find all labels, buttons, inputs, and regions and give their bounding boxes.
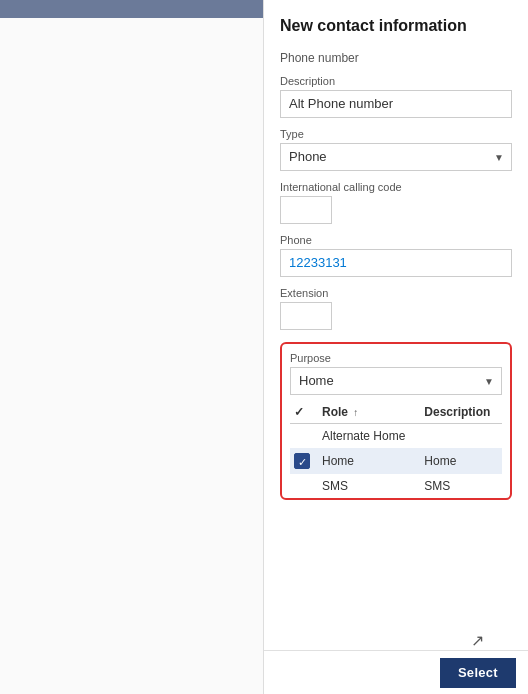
row3-description-cell: SMS [418,474,502,498]
row1-role-cell: Alternate Home [316,423,418,448]
row3-check-cell [290,474,316,498]
description-field-group: Description [280,75,512,118]
type-select[interactable]: Phone Email URL [280,143,512,171]
purpose-select[interactable]: Home Business Mobile Other [290,367,502,395]
bottom-area: ↗ Select [280,500,512,694]
check-column-header: ✓ [290,401,316,424]
main-container: New contact information Phone number Des… [0,0,528,694]
purpose-field-group: Purpose Home Business Mobile Other ▼ [290,352,502,395]
intl-code-field-group: International calling code [280,181,512,224]
phone-label: Phone [280,234,512,246]
left-panel-overlay [0,18,263,694]
select-button[interactable]: Select [440,658,516,688]
right-panel: New contact information Phone number Des… [264,0,528,694]
purpose-label: Purpose [290,352,502,364]
type-field-group: Type Phone Email URL ▼ [280,128,512,171]
role-column-header[interactable]: Role ↑ [316,401,418,424]
left-panel [0,0,264,694]
intl-code-input[interactable] [280,196,332,224]
cursor-icon: ↗ [471,631,484,650]
checked-icon [294,453,310,469]
extension-field-group: Extension [280,287,512,330]
description-label: Description [280,75,512,87]
row2-role-cell: Home [316,448,418,474]
row3-role-cell: SMS [316,474,418,498]
left-panel-header [0,0,263,18]
description-column-header: Description [418,401,502,424]
purpose-section: Purpose Home Business Mobile Other ▼ [280,342,512,500]
purpose-dropdown-table: ✓ Role ↑ Description Alternate Home [290,401,502,498]
type-label: Type [280,128,512,140]
panel-title: New contact information [280,16,512,37]
row2-description-cell: Home [418,448,502,474]
type-select-wrapper: Phone Email URL ▼ [280,143,512,171]
description-input[interactable] [280,90,512,118]
intl-code-label: International calling code [280,181,512,193]
table-header-row: ✓ Role ↑ Description [290,401,502,424]
extension-label: Extension [280,287,512,299]
check-icon: ✓ [294,405,304,419]
table-row[interactable]: Home Home [290,448,502,474]
sort-arrow-icon: ↑ [353,407,358,418]
bottom-bar: Select [264,650,528,694]
row1-check-cell [290,423,316,448]
table-row[interactable]: SMS SMS [290,474,502,498]
table-row[interactable]: Alternate Home [290,423,502,448]
row1-description-cell [418,423,502,448]
section-subtitle: Phone number [280,51,512,65]
phone-field-group: Phone [280,234,512,277]
row2-check-cell [290,448,316,474]
purpose-select-wrapper: Home Business Mobile Other ▼ [290,367,502,395]
extension-input[interactable] [280,302,332,330]
phone-input[interactable] [280,249,512,277]
